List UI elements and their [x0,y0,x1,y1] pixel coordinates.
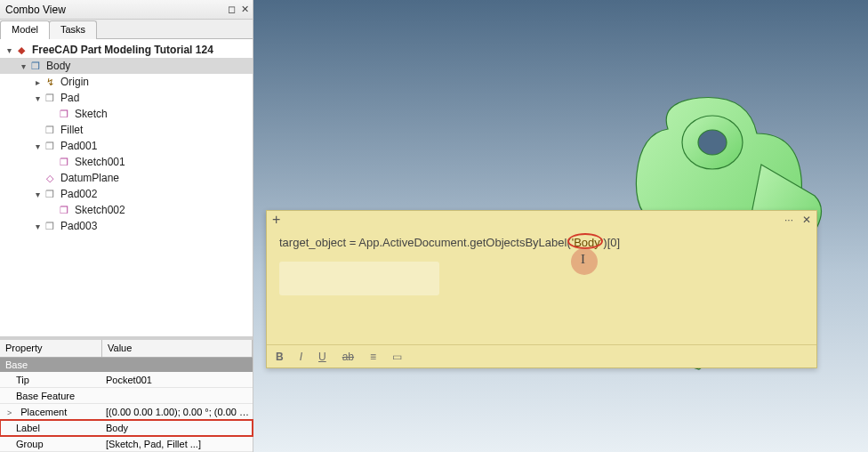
sketch-icon: ❐ [57,205,71,216]
note-toolbar: B I U ab ≡ ▭ [267,344,816,367]
property-header: Property Value [0,340,253,358]
prop-key: Base Feature [0,391,102,401]
note-header: + ··· ✕ [267,211,816,229]
prop-row-basefeature[interactable]: Base Feature [0,388,253,404]
twisty-icon[interactable]: ▾ [4,45,14,55]
tree-sketch[interactable]: Sketch [73,108,109,120]
prop-key: Placement [0,407,102,417]
model-tree[interactable]: ▾ ◆ FreeCAD Part Modeling Tutorial 124 ▾… [0,39,253,336]
panel-header: Combo View ◻ ✕ [0,0,253,20]
sketch-icon: ❐ [57,157,71,168]
prop-row-placement[interactable]: Placement [(0.00 0.00 1.00); 0.00 °; (0.… [0,404,253,420]
pad-icon: ❒ [43,141,57,152]
list-button[interactable]: ≡ [370,351,376,363]
twisty-icon[interactable]: ▾ [18,61,28,71]
tree-pad001[interactable]: Pad001 [59,140,99,152]
panel-header-buttons: ◻ ✕ [228,4,249,15]
panel-title: Combo View [5,4,66,16]
bold-button[interactable]: B [276,351,284,363]
sticky-note[interactable]: + ··· ✕ target_object = App.ActiveDocume… [266,210,817,368]
twisty-icon[interactable]: ▸ [32,77,43,87]
prop-key: Tip [0,375,102,385]
tree-doc[interactable]: FreeCAD Part Modeling Tutorial 124 [30,44,215,56]
pad-icon: ❒ [43,221,57,232]
tree-fillet[interactable]: Fillet [59,124,84,136]
combo-view-panel: Combo View ◻ ✕ Model Tasks ▾ ◆ FreeCAD P… [0,0,253,452]
code-pre: target_object = App.ActiveDocument.getOb… [279,236,571,249]
pad-icon: ❒ [43,93,57,104]
document-icon: ◆ [14,44,28,56]
prop-row-label[interactable]: Label Body [0,420,253,436]
sketch-icon: ❐ [57,109,71,120]
property-table: Tip Pocket001 Base Feature Placement [(0… [0,372,253,452]
prop-value[interactable]: Body [102,423,253,433]
more-icon[interactable]: ··· [784,214,793,226]
fillet-icon: ❒ [43,125,57,136]
code-post: )[0] [603,236,620,249]
code-highlight: 'Body' [571,236,604,249]
pin-icon[interactable]: ◻ [228,4,236,15]
prop-value[interactable]: Pocket001 [102,375,253,385]
note-code-line[interactable]: target_object = App.ActiveDocument.getOb… [279,236,804,249]
prop-row-tip[interactable]: Tip Pocket001 [0,372,253,388]
datum-plane-icon: ◇ [43,173,57,184]
close-note-button[interactable]: ✕ [802,214,811,226]
tab-model[interactable]: Model [0,20,50,39]
twisty-icon[interactable]: ▾ [32,141,43,151]
origin-icon: ↯ [43,77,57,88]
prop-value[interactable]: [Sketch, Pad, Fillet ...] [102,439,253,449]
3d-viewport[interactable]: + ··· ✕ target_object = App.ActiveDocume… [253,0,868,452]
app-root: Combo View ◻ ✕ Model Tasks ▾ ◆ FreeCAD P… [0,0,868,452]
pad-icon: ❒ [43,189,57,200]
cursor-highlight-icon [571,248,598,275]
tab-tasks[interactable]: Tasks [49,20,97,39]
prop-row-group[interactable]: Group [Sketch, Pad, Fillet ...] [0,436,253,452]
tree-pad[interactable]: Pad [59,92,81,104]
prop-key: Group [0,439,102,449]
tabs: Model Tasks [0,20,253,39]
tree-sketch001[interactable]: Sketch001 [73,156,127,168]
underline-button[interactable]: U [318,351,326,363]
italic-button[interactable]: I [300,351,302,363]
note-input-placeholder[interactable] [279,262,439,295]
col-property[interactable]: Property [0,340,102,357]
prop-key: Label [0,423,102,433]
col-value[interactable]: Value [102,340,253,357]
tree-pad003[interactable]: Pad003 [59,220,99,232]
prop-value[interactable]: [(0.00 0.00 1.00); 0.00 °; (0.00 mm 0.00… [102,407,253,417]
svg-point-1 [698,130,727,155]
tree-body[interactable]: Body [44,60,72,72]
twisty-icon[interactable]: ▾ [32,222,43,231]
strike-button[interactable]: ab [342,351,354,363]
note-body[interactable]: target_object = App.ActiveDocument.getOb… [267,229,816,344]
tree-sketch002[interactable]: Sketch002 [73,204,127,216]
prop-section-base: Base [0,358,253,372]
tree-pad002[interactable]: Pad002 [59,188,99,200]
add-note-button[interactable]: + [272,212,280,228]
twisty-icon[interactable]: ▾ [32,93,43,103]
tree-datumplane[interactable]: DatumPlane [59,172,121,184]
image-button[interactable]: ▭ [392,351,402,363]
body-icon: ❒ [28,61,43,72]
close-icon[interactable]: ✕ [241,4,249,15]
twisty-icon[interactable]: ▾ [32,190,43,199]
tree-origin[interactable]: Origin [59,76,91,88]
